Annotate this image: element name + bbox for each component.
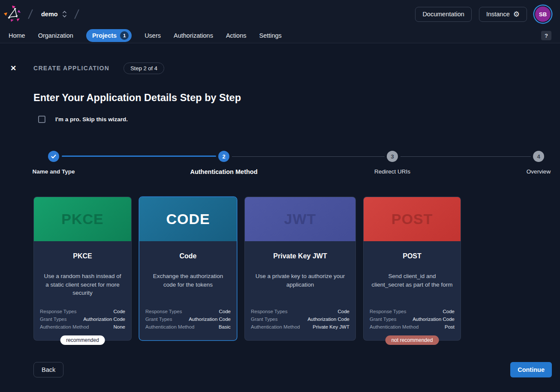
not-recommended-badge: not recommended	[385, 335, 439, 345]
spec-row: Authentication Method None	[40, 323, 125, 331]
chevron-updown-icon[interactable]	[62, 11, 67, 18]
spec-row: Authentication Method Basic	[145, 323, 231, 331]
stepper-step-4-circle[interactable]: 4	[533, 151, 544, 162]
spec-row: Grant Types Authorization Code	[40, 315, 125, 323]
spec-row: Grant Types Authorization Code	[370, 315, 455, 323]
card-title: Code	[180, 252, 197, 260]
nav-item-settings[interactable]: Settings	[259, 32, 281, 39]
instance-button-label: Instance	[486, 11, 510, 18]
card-description: Use a random hash instead of a static cl…	[40, 272, 125, 297]
nav-item-authorizations[interactable]: Authorizations	[174, 32, 213, 39]
card-description: Exchange the authorization code for the …	[145, 272, 231, 289]
continue-button[interactable]: Continue	[510, 362, 552, 377]
auth-method-cards: PKCE PKCE Use a random hash instead of a…	[33, 197, 560, 341]
card-specs: Response Types Code Grant Types Authoriz…	[370, 308, 455, 331]
stepper-step-2-label: Authentication Method	[190, 168, 257, 175]
close-icon[interactable]: ✕	[9, 64, 18, 73]
spec-row: Grant Types Authorization Code	[251, 315, 349, 323]
back-button[interactable]: Back	[33, 362, 63, 377]
wizard-header: ✕ CREATE APPLICATION Step 2 of 4	[9, 62, 551, 74]
stepper-connector	[400, 156, 531, 157]
card-header-post: POST	[364, 197, 461, 241]
card-header-pkce: PKCE	[34, 197, 131, 241]
spec-row: Authentication Method Private Key JWT	[251, 323, 349, 331]
nav-item-users[interactable]: Users	[145, 32, 161, 39]
instance-button[interactable]: Instance ⚙	[479, 7, 527, 22]
stepper-step-3-circle[interactable]: 3	[387, 151, 398, 162]
card-description: Send client_id and client_secret as part…	[370, 272, 455, 289]
stepper-step-2-circle[interactable]: 2	[218, 151, 229, 162]
wizard-footer: Back Continue	[33, 362, 552, 377]
card-title: POST	[403, 252, 422, 260]
stepper-step-3-label: Redirect URIs	[374, 168, 410, 175]
card-body: Private Key JWT Use a private key to aut…	[245, 241, 355, 340]
nav-item-projects[interactable]: Projects 1	[86, 29, 132, 42]
spec-row: Authentication Method Post	[370, 323, 455, 331]
skip-wizard-row: I'm a pro. Skip this wizard.	[38, 115, 560, 123]
spec-row: Response Types Code	[145, 308, 231, 315]
spec-row: Grant Types Authorization Code	[145, 315, 231, 323]
card-header-code: CODE	[139, 197, 237, 241]
nav-item-organization[interactable]: Organization	[38, 32, 73, 39]
stepper-step-4-label: Overview	[527, 168, 551, 175]
gear-icon: ⚙	[513, 11, 520, 18]
card-body: POST Send client_id and client_secret as…	[364, 241, 461, 340]
card-specs: Response Types Code Grant Types Authoriz…	[40, 308, 125, 331]
stepper-connector	[232, 156, 385, 157]
card-title: PKCE	[73, 252, 92, 260]
spec-row: Response Types Code	[370, 308, 455, 315]
recommended-badge: recommended	[60, 335, 105, 345]
step-chip: Step 2 of 4	[123, 63, 164, 74]
stepper-step-1-circle[interactable]	[48, 151, 59, 162]
documentation-button[interactable]: Documentation	[415, 7, 472, 22]
wizard-kicker: CREATE APPLICATION	[33, 65, 109, 72]
nav-item-home[interactable]: Home	[9, 32, 25, 39]
nav-item-projects-label: Projects	[92, 32, 117, 39]
app-header: demo Documentation Instance ⚙ SB Home Or…	[0, 0, 560, 43]
card-header-jwt: JWT	[245, 197, 355, 241]
check-icon	[51, 154, 56, 159]
top-bar: demo Documentation Instance ⚙ SB	[0, 0, 560, 28]
card-body: Code Exchange the authorization code for…	[139, 241, 237, 340]
card-title: Private Key JWT	[273, 252, 327, 260]
breadcrumb-divider	[28, 9, 33, 19]
documentation-button-label: Documentation	[422, 11, 464, 18]
breadcrumb-divider	[74, 9, 79, 19]
org-switcher-label[interactable]: demo	[41, 11, 58, 18]
spec-row: Response Types Code	[251, 308, 349, 315]
help-button[interactable]: ?	[541, 31, 551, 40]
spec-row: Response Types Code	[40, 308, 125, 315]
stepper-connector-done	[62, 156, 216, 157]
card-specs: Response Types Code Grant Types Authoriz…	[145, 308, 231, 331]
page-title: Enter Your Application Details Step by S…	[33, 91, 560, 104]
nav-item-actions[interactable]: Actions	[226, 32, 247, 39]
auth-method-card-jwt[interactable]: JWT Private Key JWT Use a private key to…	[244, 197, 356, 341]
wizard-page: ✕ CREATE APPLICATION Step 2 of 4 Enter Y…	[0, 62, 560, 377]
skip-wizard-checkbox[interactable]	[38, 116, 45, 123]
stepper: 2 3 4 Name and Type Authentication Metho…	[0, 150, 560, 176]
card-body: PKCE Use a random hash instead of a stat…	[34, 241, 131, 340]
top-bar-actions: Documentation Instance ⚙ SB	[415, 6, 551, 23]
projects-count-badge: 1	[120, 31, 129, 40]
auth-method-card-pkce[interactable]: PKCE PKCE Use a random hash instead of a…	[33, 197, 132, 341]
card-description: Use a private key to authorize your appl…	[251, 272, 349, 289]
avatar-initials: SB	[539, 11, 547, 18]
zitadel-logo-icon[interactable]	[3, 5, 22, 24]
auth-method-card-code[interactable]: CODE Code Exchange the authorization cod…	[139, 197, 237, 341]
card-specs: Response Types Code Grant Types Authoriz…	[251, 308, 349, 331]
main-nav: Home Organization Projects 1 Users Autho…	[0, 28, 560, 43]
user-avatar[interactable]: SB	[534, 6, 551, 23]
skip-wizard-label: I'm a pro. Skip this wizard.	[55, 116, 128, 123]
stepper-step-1-label: Name and Type	[33, 168, 75, 175]
auth-method-card-post[interactable]: POST POST Send client_id and client_secr…	[363, 197, 461, 341]
